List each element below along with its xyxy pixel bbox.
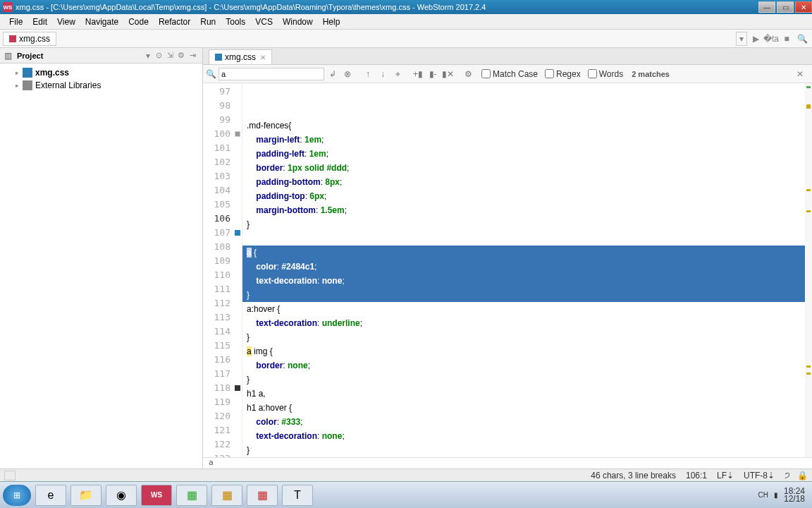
menu-bar: FileEditViewNavigateCodeRefactorRunTools… [0,14,812,30]
editor-breadcrumb[interactable]: a [203,457,812,468]
prev-match-icon[interactable]: ↑ [362,68,374,80]
collapse-icon[interactable]: ⇲ [164,50,176,61]
menu-refactor[interactable]: Refactor [154,16,195,28]
title-bar: WS xmg.css - [C:\Users\xmg\AppData\Local… [0,0,812,14]
project-header[interactable]: ▥ Project ▾ ⊙ ⇲ ⚙ ⇥ [0,48,202,64]
breadcrumb-tab[interactable]: xmg.css [3,32,56,46]
close-find-icon[interactable]: ✕ [794,68,806,80]
tool-window-toggle[interactable] [4,471,16,480]
search-everywhere-icon[interactable]: 🔍 [795,32,809,46]
status-selection: 46 chars, 3 line breaks [591,471,676,480]
library-icon [23,80,32,90]
menu-view[interactable]: View [52,16,80,28]
project-tree: ▸ xmg.css ▸ External Libraries [0,64,202,95]
settings-gear-icon[interactable]: ⚙ [462,68,474,80]
tab-label: xmg.css [225,52,256,62]
css-file-icon [9,35,16,42]
window-title: xmg.css - [C:\Users\xmg\AppData\Local\Te… [16,3,757,11]
tree-item-label: xmg.css [35,68,69,78]
status-encoding[interactable]: UTF-8⇣ [744,471,775,480]
app-icon: WS [3,2,13,12]
tree-lib-item[interactable]: ▸ External Libraries [0,79,202,92]
history-icon[interactable]: ↲ [326,68,339,80]
status-position[interactable]: 106:1 [686,471,707,480]
run-config-dropdown[interactable]: ▾ [736,32,747,46]
lock-icon[interactable]: 🔒 [797,471,808,480]
menu-code[interactable]: Code [123,16,154,28]
next-match-icon[interactable]: ↓ [376,68,389,80]
match-case-checkbox[interactable]: Match Case [481,69,538,79]
code-content[interactable]: .md-fences{ margin-left: 1em; padding-le… [242,83,812,457]
locate-icon[interactable]: ⊙ [153,50,164,61]
main-toolbar: xmg.css ▾ ▶ �ta ■ 🔍 [0,30,812,48]
menu-navigate[interactable]: Navigate [80,16,123,28]
minimize-button[interactable]: — [758,1,775,13]
tray-clock[interactable]: 18:2412/18 [784,488,805,503]
gear-icon[interactable]: ⚙ [176,50,187,61]
menu-edit[interactable]: Edit [27,16,52,28]
taskbar-app-icon[interactable]: ▦ [176,485,207,506]
breadcrumb-file: xmg.css [19,34,50,44]
project-sidebar: ▥ Project ▾ ⊙ ⇲ ⚙ ⇥ ▸ xmg.css ▸ External… [0,48,203,468]
window-controls: — ▭ ✕ [757,1,812,13]
css-file-icon [23,68,32,78]
taskbar-chrome-icon[interactable]: ◉ [106,485,137,506]
status-context[interactable]: ੭ [785,471,790,480]
start-button[interactable]: ⊞ [3,485,31,506]
select-all-icon[interactable]: ⌖ [391,68,404,80]
find-input[interactable] [219,68,324,80]
menu-run[interactable]: Run [195,16,221,28]
run-button[interactable]: ▶ [749,32,763,46]
system-tray: CH ▮ 18:2412/18 [753,488,809,503]
chevron-right-icon: ▸ [16,69,23,76]
status-line-ending[interactable]: LF⇣ [717,471,734,480]
taskbar-app-icon[interactable]: ▦ [247,485,278,506]
search-icon: 🔍 [206,69,216,79]
tree-file-item[interactable]: ▸ xmg.css [0,66,202,79]
css-file-icon [215,54,222,61]
editor-tab[interactable]: xmg.css ✕ [209,49,272,64]
close-button[interactable]: ✕ [795,1,812,13]
menu-vcs[interactable]: VCS [250,16,278,28]
taskbar-ie-icon[interactable]: e [35,485,66,506]
code-editor[interactable]: 9798991001011021031041051061071081091101… [203,83,812,457]
add-selection-icon[interactable]: +▮ [412,68,424,80]
windows-taskbar: ⊞ e 📁 ◉ WS ▦ ▦ ▦ T CH ▮ 18:2412/18 [0,481,812,508]
line-gutter: 9798991001011021031041051061071081091101… [203,83,242,457]
remove-selection-icon[interactable]: ▮- [426,68,439,80]
project-label: Project [17,52,146,60]
maximize-button[interactable]: ▭ [777,1,794,13]
error-stripe[interactable] [805,83,812,457]
words-checkbox[interactable]: Words [588,69,623,79]
chevron-right-icon: ▸ [16,82,23,89]
menu-tools[interactable]: Tools [221,16,250,28]
find-bar: 🔍 ↲ ⊗ ↑ ↓ ⌖ +▮ ▮- ▮✕ ⚙ Match Case Regex … [203,65,812,83]
taskbar-app-icon[interactable]: T [282,485,313,506]
tree-item-label: External Libraries [35,80,101,90]
exclude-icon[interactable]: ▮✕ [441,68,454,80]
taskbar-webstorm-icon[interactable]: WS [141,485,172,506]
debug-button[interactable]: �ta [764,32,778,46]
tray-lang[interactable]: CH [758,491,768,499]
match-count: 2 matches [632,70,670,78]
status-bar: 46 chars, 3 line breaks 106:1 LF⇣ UTF-8⇣… [0,468,812,481]
editor-tabs: xmg.css ✕ [203,48,812,65]
tray-flag-icon[interactable]: ▮ [774,491,778,499]
menu-file[interactable]: File [4,16,27,28]
hide-icon[interactable]: ⇥ [187,50,198,61]
menu-window[interactable]: Window [278,16,318,28]
menu-help[interactable]: Help [318,16,345,28]
close-tab-icon[interactable]: ✕ [260,54,266,61]
project-icon: ▥ [4,51,14,61]
stop-button[interactable]: ■ [780,32,794,46]
editor-area: xmg.css ✕ 🔍 ↲ ⊗ ↑ ↓ ⌖ +▮ ▮- ▮✕ ⚙ Match C… [203,48,812,468]
taskbar-explorer-icon[interactable]: 📁 [70,485,102,506]
clear-icon[interactable]: ⊗ [341,68,354,80]
taskbar-app-icon[interactable]: ▦ [211,485,242,506]
regex-checkbox[interactable]: Regex [545,69,581,79]
dropdown-icon[interactable]: ▾ [146,51,150,61]
